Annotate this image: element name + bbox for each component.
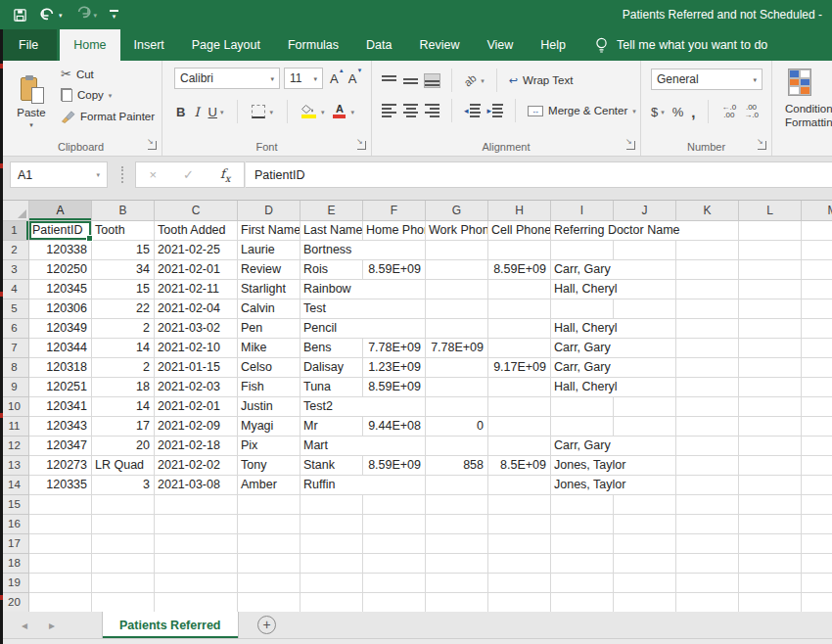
cell-F17[interactable] [363, 534, 426, 554]
insert-function-button[interactable]: fx [220, 166, 230, 184]
cell-E10[interactable]: Test2 [300, 397, 363, 417]
cell-J20[interactable] [614, 593, 676, 612]
cell-C14[interactable]: 2021-03-08 [155, 476, 238, 495]
cell-I12[interactable]: Carr, Gary [551, 437, 614, 456]
cell-D13[interactable]: Tony [238, 456, 300, 476]
cell-E11[interactable]: Mr [300, 417, 363, 437]
cell-F19[interactable] [363, 574, 426, 593]
cell-K6[interactable] [676, 319, 739, 339]
row-header-17[interactable]: 17 [0, 534, 29, 554]
cell-B6[interactable]: 2 [92, 319, 155, 339]
enter-button[interactable]: ✓ [183, 167, 194, 182]
align-left-button[interactable] [382, 104, 396, 117]
cell-M7[interactable] [802, 339, 832, 358]
cell-H12[interactable] [488, 437, 551, 456]
cell-B2[interactable]: 15 [92, 241, 155, 260]
format-painter-button[interactable]: Format Painter [61, 110, 155, 123]
cell-B5[interactable]: 22 [92, 299, 155, 319]
increase-indent-button[interactable]: ▸ [487, 104, 504, 117]
cell-G5[interactable] [426, 299, 488, 319]
tab-view[interactable]: View [473, 29, 527, 61]
cell-F5[interactable] [363, 299, 426, 319]
cell-H1[interactable]: Cell Phone [488, 221, 551, 241]
cell-E13[interactable]: Stank [300, 456, 363, 476]
cell-F8[interactable]: 1.23E+09 [363, 358, 426, 378]
cell-C7[interactable]: 2021-02-10 [155, 339, 238, 358]
cell-A6[interactable]: 120349 [29, 319, 92, 339]
cell-B17[interactable] [92, 534, 155, 554]
name-box-arrow-icon[interactable]: ▾ [96, 171, 100, 178]
font-color-button[interactable]: A [333, 105, 346, 118]
cell-I11[interactable] [551, 417, 614, 437]
cell-M17[interactable] [802, 534, 832, 554]
cell-B4[interactable]: 15 [92, 280, 155, 299]
increase-decimal-button[interactable]: ←.0 .00 [721, 104, 736, 119]
cell-B14[interactable]: 3 [92, 476, 155, 495]
cell-D20[interactable] [238, 593, 300, 612]
tab-help[interactable]: Help [527, 29, 579, 61]
cell-I19[interactable] [551, 574, 614, 593]
font-name-select[interactable]: Calibri▾ [174, 68, 280, 89]
cell-I17[interactable] [551, 534, 614, 554]
cell-K7[interactable] [676, 339, 739, 358]
align-center-button[interactable] [403, 104, 418, 117]
row-header-7[interactable]: 7 [0, 339, 29, 358]
cell-B7[interactable]: 14 [92, 339, 155, 358]
alignment-dialog-launcher[interactable] [626, 141, 635, 150]
row-header-5[interactable]: 5 [0, 299, 29, 319]
cell-F20[interactable] [363, 593, 426, 612]
cell-D3[interactable]: Review [238, 260, 300, 280]
cell-L3[interactable] [739, 260, 802, 280]
cell-A8[interactable]: 120318 [29, 358, 92, 378]
cell-K12[interactable] [676, 437, 739, 456]
column-header-E[interactable]: E [300, 201, 363, 221]
cell-C20[interactable] [155, 593, 238, 612]
cell-B9[interactable]: 18 [92, 378, 155, 397]
cell-G9[interactable] [426, 378, 488, 397]
cell-K11[interactable] [676, 417, 739, 437]
cell-J7[interactable] [614, 339, 676, 358]
row-header-11[interactable]: 11 [0, 417, 29, 437]
cell-A7[interactable]: 120344 [29, 339, 92, 358]
cell-J17[interactable] [614, 534, 676, 554]
formula-input[interactable]: PatientID [246, 161, 832, 188]
cell-K9[interactable] [676, 378, 739, 397]
cell-C1[interactable]: Tooth Added [155, 221, 238, 241]
wrap-text-button[interactable]: ↩Wrap Text [509, 74, 574, 87]
cell-J2[interactable] [614, 241, 676, 260]
bottom-align-button[interactable] [425, 74, 439, 87]
cell-A10[interactable]: 120341 [29, 397, 92, 417]
cell-A19[interactable] [29, 574, 92, 593]
cell-D15[interactable] [238, 495, 300, 515]
cell-A1[interactable]: PatientID [29, 221, 92, 241]
cell-C9[interactable]: 2021-02-03 [155, 378, 238, 397]
comma-style-button[interactable]: , [691, 104, 695, 120]
cell-B11[interactable]: 17 [92, 417, 155, 437]
cell-J16[interactable] [614, 515, 676, 534]
cell-M18[interactable] [802, 554, 832, 574]
cell-C13[interactable]: 2021-02-02 [155, 456, 238, 476]
cell-A2[interactable]: 120338 [29, 241, 92, 260]
cell-C8[interactable]: 2021-01-15 [155, 358, 238, 378]
undo-button[interactable]: ▾ [40, 8, 63, 22]
cell-L9[interactable] [739, 378, 802, 397]
cell-H19[interactable] [488, 574, 551, 593]
number-dialog-launcher[interactable] [758, 141, 766, 150]
cell-E20[interactable] [300, 593, 363, 612]
decrease-font-size-button[interactable]: A▼ [346, 71, 360, 86]
decrease-indent-button[interactable]: ◂ [464, 104, 481, 117]
cell-H16[interactable] [488, 515, 551, 534]
cell-C2[interactable]: 2021-02-25 [155, 241, 238, 260]
cell-G19[interactable] [426, 574, 488, 593]
cell-H5[interactable] [488, 299, 551, 319]
cell-A11[interactable]: 120343 [29, 417, 92, 437]
tab-formulas[interactable]: Formulas [274, 29, 352, 61]
cell-B15[interactable] [92, 495, 155, 515]
cell-A12[interactable]: 120347 [29, 437, 92, 456]
cell-A14[interactable]: 120335 [29, 476, 92, 495]
row-header-9[interactable]: 9 [0, 378, 29, 397]
cell-C5[interactable]: 2021-02-04 [155, 299, 238, 319]
cell-L16[interactable] [739, 515, 802, 534]
cell-I15[interactable] [551, 495, 614, 515]
accounting-dropdown-icon[interactable]: ▾ [661, 109, 665, 115]
